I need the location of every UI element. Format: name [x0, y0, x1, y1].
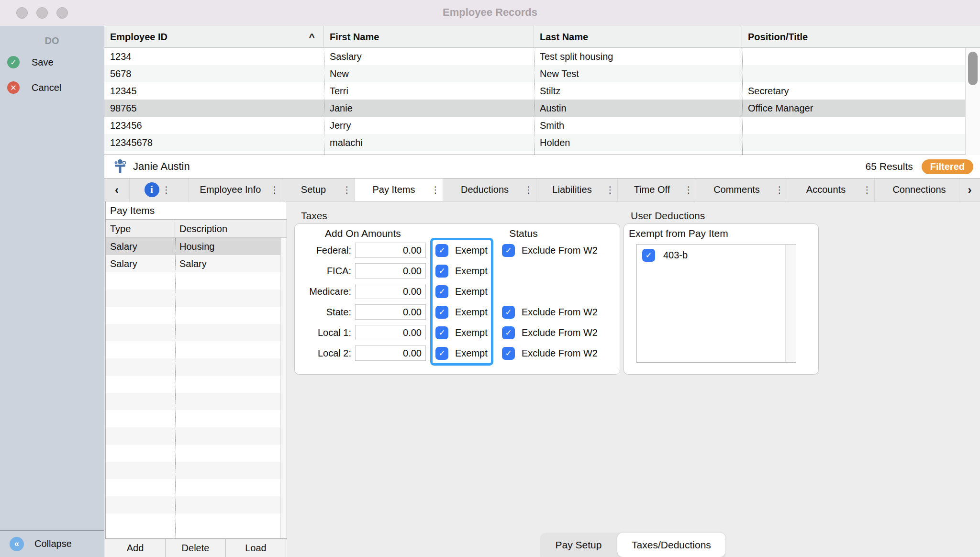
person-icon: [114, 159, 126, 174]
sidebar-header: DO: [0, 35, 104, 46]
employee-records-window: Employee Records DO ✓ Save ✕ Cancel « Co…: [0, 0, 980, 557]
exclude-w2-checkbox[interactable]: ✓: [502, 347, 515, 360]
status-header: Status: [430, 228, 617, 239]
employee-table-header: Employee ID ^ First Name Last Name Posit…: [104, 26, 980, 48]
exclude-w2-checkbox[interactable]: ✓: [502, 306, 515, 319]
tab-accounts[interactable]: Accounts ⋮: [787, 178, 874, 201]
check-icon: ✓: [438, 245, 445, 256]
exempt-checkbox[interactable]: ✓: [435, 306, 448, 319]
column-header-description[interactable]: Description: [175, 220, 287, 237]
pay-item-row-selected[interactable]: Salary Housing: [106, 238, 287, 255]
tab-pay-items[interactable]: Pay Items ⋮: [354, 178, 443, 201]
tabs-forward-button[interactable]: ›: [959, 178, 980, 201]
pay-items-panel-title: Pay Items: [106, 201, 287, 220]
table-row[interactable]: 12345678 malachi Holden: [104, 134, 965, 151]
pay-item-row[interactable]: Salary Salary: [106, 255, 287, 272]
exempt-checkbox[interactable]: ✓: [435, 326, 448, 339]
column-header-employee-id[interactable]: Employee ID ^: [104, 26, 324, 47]
tab-time-off[interactable]: Time Off ⋮: [617, 178, 696, 201]
empty-row: [106, 427, 287, 445]
record-bar: Janie Austin 65 Results Filtered: [104, 155, 980, 178]
empty-row: [106, 393, 287, 410]
exclude-w2-checkbox[interactable]: ✓: [502, 326, 515, 339]
table-scrollbar[interactable]: [965, 48, 980, 155]
tab-connections[interactable]: Connections: [874, 178, 959, 201]
federal-amount-input[interactable]: [355, 243, 426, 258]
save-button[interactable]: ✓ Save: [7, 54, 54, 71]
tab-info[interactable]: i ⋮: [129, 178, 188, 201]
deductions-scrollbar[interactable]: [785, 245, 796, 362]
exempt-checkbox[interactable]: ✓: [435, 244, 448, 257]
tab-menu-dots-icon[interactable]: ⋮: [772, 184, 787, 195]
empty-row: [106, 358, 287, 376]
collapse-label: Collapse: [34, 538, 72, 549]
tab-employee-info[interactable]: Employee Info ⋮: [188, 178, 282, 201]
tab-deductions[interactable]: Deductions ⋮: [443, 178, 536, 201]
cancel-button[interactable]: ✕ Cancel: [7, 79, 61, 96]
exclude-w2-checkbox[interactable]: ✓: [502, 244, 515, 257]
record-name: Janie Austin: [133, 160, 190, 173]
table-row-selected[interactable]: 98765 Janie Austin Office Manager: [104, 100, 965, 117]
user-deductions-group-box: Exempt from Pay Item ✓ 403-b: [624, 223, 819, 375]
tab-taxes-deductions[interactable]: Taxes/Deductions: [617, 533, 725, 557]
tab-menu-dots-icon[interactable]: ⋮: [522, 184, 536, 195]
load-button[interactable]: Load: [226, 539, 286, 557]
fica-amount-input[interactable]: [355, 263, 426, 278]
state-amount-input[interactable]: [355, 304, 426, 320]
tab-menu-dots-icon[interactable]: ⋮: [159, 184, 174, 195]
empty-row: [106, 513, 287, 531]
pay-items-scrollbar[interactable]: [280, 238, 287, 538]
sidebar: DO ✓ Save ✕ Cancel « Collapse: [0, 26, 104, 557]
column-header-position[interactable]: Position/Title: [742, 26, 965, 47]
tax-row-local2: Local 2: ✓Exempt ✓Exclude From W2: [295, 345, 620, 361]
exempt-checkbox[interactable]: ✓: [435, 347, 448, 360]
column-divider: [324, 48, 324, 155]
tab-menu-dots-icon[interactable]: ⋮: [603, 184, 617, 195]
table-row[interactable]: 1234 Saslary Test split housing: [104, 48, 965, 65]
employee-rows: 1234 Saslary Test split housing 5678 New…: [104, 48, 965, 151]
check-icon: ✓: [438, 348, 445, 358]
column-header-last-name[interactable]: Last Name: [534, 26, 742, 47]
pay-items-column-header: Type Description: [106, 220, 287, 238]
tab-setup[interactable]: Setup ⋮: [282, 178, 354, 201]
tab-pay-setup[interactable]: Pay Setup: [540, 533, 617, 557]
table-row[interactable]: 123456 Jerry Smith: [104, 117, 965, 134]
deduction-label: 403-b: [663, 250, 688, 261]
filtered-badge[interactable]: Filtered: [922, 159, 973, 174]
empty-row: [106, 479, 287, 496]
tab-menu-dots-icon[interactable]: ⋮: [340, 184, 354, 195]
back-chevron-icon: ‹: [115, 183, 119, 197]
collapse-button[interactable]: « Collapse: [0, 530, 104, 557]
tab-menu-dots-icon[interactable]: ⋮: [428, 184, 443, 195]
empty-row: [106, 496, 287, 513]
exempt-checkbox[interactable]: ✓: [435, 285, 448, 298]
tab-menu-dots-icon[interactable]: ⋮: [681, 184, 696, 195]
table-row[interactable]: 12345 Terri Stiltz Secretary: [104, 82, 965, 100]
exempt-checkbox[interactable]: ✓: [435, 265, 448, 278]
tab-comments[interactable]: Comments ⋮: [696, 178, 787, 201]
check-icon: ✓: [505, 245, 512, 256]
column-header-type[interactable]: Type: [106, 220, 175, 237]
user-deductions-list: ✓ 403-b: [636, 244, 796, 363]
deduction-checkbox[interactable]: ✓: [642, 249, 655, 262]
local2-amount-input[interactable]: [355, 345, 426, 361]
medicare-amount-input[interactable]: [355, 284, 426, 299]
title-bar: Employee Records: [0, 0, 980, 26]
check-icon: ✓: [505, 328, 512, 338]
tab-menu-dots-icon[interactable]: ⋮: [267, 184, 282, 195]
empty-row: [106, 290, 287, 307]
table-row[interactable]: 5678 New New Test: [104, 65, 965, 82]
local1-amount-input[interactable]: [355, 325, 426, 340]
column-header-first-name[interactable]: First Name: [324, 26, 534, 47]
delete-button[interactable]: Delete: [166, 539, 226, 557]
tab-menu-dots-icon[interactable]: ⋮: [860, 184, 874, 195]
deduction-item-403b[interactable]: ✓ 403-b: [637, 245, 796, 262]
tabs-back-button[interactable]: ‹: [104, 178, 129, 201]
tax-row-fica: FICA: ✓Exempt: [295, 263, 620, 279]
empty-row: [106, 341, 287, 358]
scrollbar-thumb[interactable]: [968, 52, 978, 85]
results-count: 65 Results: [866, 161, 913, 172]
empty-row: [106, 376, 287, 393]
add-button[interactable]: Add: [105, 539, 166, 557]
tab-liabilities[interactable]: Liabilities ⋮: [536, 178, 617, 201]
